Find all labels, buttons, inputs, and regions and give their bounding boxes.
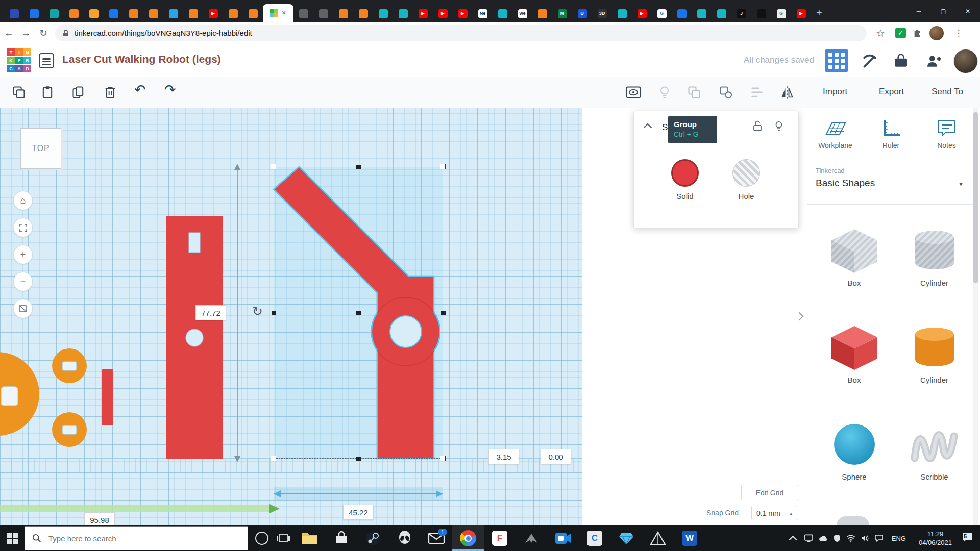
browser-tab[interactable] (124, 5, 143, 22)
tinkercad-logo[interactable]: TINKERCAD (7, 48, 31, 72)
browser-tab[interactable] (293, 5, 313, 22)
edit-grid-button[interactable]: Edit Grid (741, 485, 798, 500)
language-indicator[interactable]: ENG (892, 535, 906, 542)
shape-partial-next-row[interactable] (837, 516, 869, 525)
tray-icon-wifi[interactable] (846, 535, 855, 542)
taskbar-icon-store[interactable] (326, 525, 357, 551)
snap-grid-dropdown[interactable]: 0.1 mm ▴ (751, 506, 797, 520)
perspective-toggle-button[interactable] (13, 299, 33, 318)
hole-swatch[interactable] (732, 159, 760, 187)
task-view-button[interactable] (277, 533, 290, 544)
taskbar-icon-steam[interactable] (357, 525, 389, 551)
group-icon[interactable] (687, 85, 701, 99)
scale-handle-edge[interactable] (356, 165, 361, 169)
taskbar-icon-word[interactable]: W (674, 525, 705, 551)
taskbar-icon-alien[interactable] (389, 525, 421, 551)
extensions-puzzle-icon[interactable] (912, 28, 923, 39)
undo-icon[interactable]: ↶ (134, 83, 146, 97)
sidebar-scrollbar-thumb[interactable] (973, 112, 978, 283)
orange-disc-large[interactable] (0, 352, 39, 436)
window-maximize-button[interactable]: ▢ (931, 0, 955, 22)
zoom-out-button[interactable]: − (13, 272, 33, 291)
collapse-panel-chevron-icon[interactable] (642, 121, 653, 131)
browser-tab[interactable] (612, 5, 632, 22)
cortana-button[interactable] (255, 532, 268, 545)
browser-tab[interactable] (243, 5, 263, 22)
browser-tab[interactable] (532, 5, 552, 22)
browser-tab[interactable] (183, 5, 203, 22)
scale-handle-corner[interactable] (271, 456, 276, 461)
taskbar-icon-meet[interactable] (547, 525, 579, 551)
browser-tab[interactable] (24, 5, 44, 22)
brick-bag-icon[interactable] (893, 53, 909, 69)
scale-handle-corner[interactable] (440, 164, 446, 169)
main-menu-icon[interactable] (39, 53, 54, 68)
taskbar-icon-wings[interactable] (516, 525, 547, 551)
browser-tab[interactable] (84, 5, 104, 22)
browser-tab[interactable] (104, 5, 124, 22)
scale-handle-edge[interactable] (272, 311, 276, 315)
mirror-icon[interactable] (780, 85, 794, 99)
design-title[interactable]: Laser Cut Walking Robot (legs) (62, 53, 221, 65)
copy-icon[interactable] (12, 85, 26, 99)
red-leg-straight-part[interactable] (166, 216, 223, 459)
browser-tab-active[interactable]: ✕ (263, 4, 293, 22)
show-all-eye-icon[interactable] (625, 85, 642, 99)
browser-tab[interactable]: ▶ (433, 5, 453, 22)
tray-icon-cloud[interactable] (819, 535, 828, 542)
browser-tab[interactable] (672, 5, 692, 22)
hide-lightbulb-icon[interactable] (773, 120, 785, 132)
tray-icon-speaker[interactable] (861, 535, 869, 542)
forward-button[interactable]: → (17, 28, 35, 39)
minecraft-pickaxe-icon[interactable] (862, 53, 878, 69)
browser-tab[interactable]: G (771, 5, 791, 22)
browser-tab[interactable]: G (652, 5, 672, 22)
notes-tool[interactable]: Notes (919, 119, 974, 149)
browser-profile-avatar[interactable] (929, 26, 944, 40)
shape-cylinder-solid[interactable]: Cylinder (897, 323, 971, 384)
browser-tab[interactable]: ▶ (791, 5, 811, 22)
taskbar-icon-gem[interactable] (610, 525, 642, 551)
browser-tab[interactable] (143, 5, 163, 22)
orange-disc-2[interactable] (52, 412, 87, 447)
browser-tab[interactable] (163, 5, 183, 22)
fit-view-button[interactable] (13, 218, 33, 237)
browser-tab[interactable]: 3D (592, 5, 612, 22)
window-close-button[interactable]: ✕ (955, 0, 980, 22)
window-minimize-button[interactable]: ─ (906, 0, 931, 22)
tray-icon-chat[interactable] (875, 535, 883, 542)
dimension-input-b[interactable]: 0.00 (541, 449, 571, 464)
width-dimension-input[interactable]: 45.22 (343, 505, 374, 520)
category-dropdown[interactable]: Basic Shapes (816, 178, 875, 189)
tray-icon-monitor[interactable] (804, 534, 813, 542)
ungroup-icon[interactable] (719, 85, 733, 99)
send-to-button[interactable]: Send To (932, 87, 963, 97)
browser-tab[interactable] (44, 5, 64, 22)
browser-tab[interactable]: we (512, 5, 532, 22)
browser-tab[interactable] (333, 5, 353, 22)
shape-cylinder-hole[interactable]: Cylinder (897, 226, 971, 287)
taskbar-icon-ftile[interactable]: F (484, 525, 516, 551)
browser-tab[interactable] (373, 5, 393, 22)
browser-tab[interactable]: ▶ (203, 5, 223, 22)
taskbar-icon-mail[interactable]: 1 (421, 525, 452, 551)
browser-tab[interactable]: ▶ (632, 5, 652, 22)
browser-tab[interactable] (4, 5, 24, 22)
scale-handle-edge[interactable] (356, 457, 361, 461)
export-button[interactable]: Export (879, 87, 904, 97)
blocks-view-button[interactable] (825, 49, 848, 72)
browser-tab[interactable] (493, 5, 512, 22)
browser-tab[interactable]: J (731, 5, 751, 22)
tray-expand-chevron-icon[interactable] (789, 535, 797, 543)
browser-menu-kebab-icon[interactable]: ⋮ (950, 28, 967, 38)
extension-check-icon[interactable]: ✓ (895, 28, 906, 38)
browser-tab[interactable] (353, 5, 373, 22)
start-button[interactable] (0, 525, 24, 551)
lightbulb-icon[interactable] (657, 85, 672, 99)
taskbar-icon-ctile[interactable]: C (579, 525, 610, 551)
browser-tab[interactable]: ▶ (413, 5, 433, 22)
scale-handle-corner[interactable] (440, 456, 446, 461)
view-cube[interactable]: TOP (20, 128, 61, 169)
browser-tab[interactable]: Ne (473, 5, 493, 22)
browser-tab[interactable] (223, 5, 243, 22)
